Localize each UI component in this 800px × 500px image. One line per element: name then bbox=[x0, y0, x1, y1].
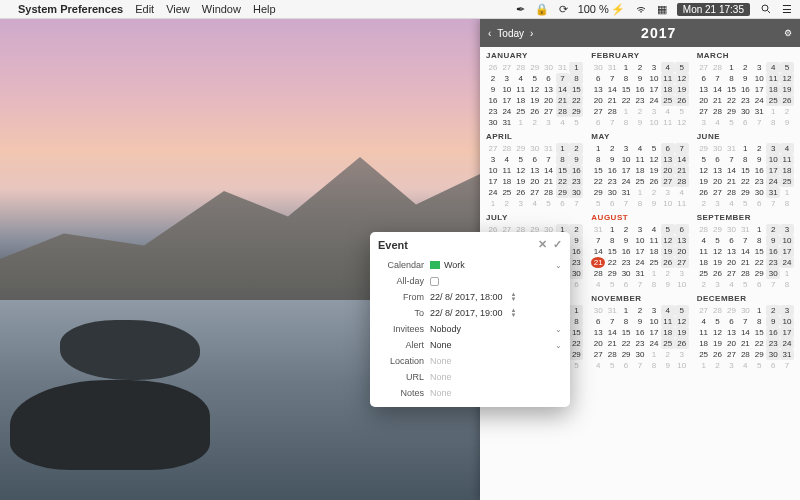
day-cell[interactable]: 23 bbox=[738, 95, 752, 106]
day-cell[interactable]: 22 bbox=[605, 257, 619, 268]
day-cell[interactable]: 2 bbox=[605, 143, 619, 154]
day-cell[interactable]: 11 bbox=[697, 246, 711, 257]
day-cell[interactable]: 2 bbox=[619, 224, 633, 235]
day-cell[interactable]: 15 bbox=[605, 246, 619, 257]
day-cell[interactable]: 25 bbox=[514, 106, 528, 117]
day-cell[interactable]: 4 bbox=[766, 62, 780, 73]
day-cell[interactable]: 11 bbox=[780, 154, 794, 165]
day-cell[interactable]: 12 bbox=[711, 246, 725, 257]
day-cell[interactable]: 21 bbox=[724, 176, 738, 187]
day-cell[interactable]: 25 bbox=[661, 95, 675, 106]
day-cell[interactable]: 14 bbox=[711, 84, 725, 95]
day-cell[interactable]: 29 bbox=[619, 349, 633, 360]
day-cell[interactable]: 27 bbox=[591, 349, 605, 360]
day-cell[interactable]: 5 bbox=[569, 117, 583, 128]
day-cell[interactable]: 27 bbox=[697, 106, 711, 117]
day-cell[interactable]: 18 bbox=[647, 246, 661, 257]
day-cell[interactable]: 5 bbox=[514, 154, 528, 165]
day-cell[interactable]: 18 bbox=[697, 257, 711, 268]
day-cell[interactable]: 22 bbox=[591, 176, 605, 187]
day-cell[interactable]: 26 bbox=[528, 106, 542, 117]
day-cell[interactable]: 24 bbox=[619, 176, 633, 187]
day-cell[interactable]: 3 bbox=[647, 106, 661, 117]
day-cell[interactable]: 3 bbox=[500, 73, 514, 84]
day-cell[interactable]: 24 bbox=[500, 106, 514, 117]
day-cell[interactable]: 1 bbox=[619, 62, 633, 73]
day-cell[interactable]: 3 bbox=[752, 62, 766, 73]
day-cell[interactable]: 14 bbox=[591, 246, 605, 257]
day-cell[interactable]: 17 bbox=[500, 95, 514, 106]
day-cell[interactable]: 31 bbox=[780, 349, 794, 360]
day-cell[interactable]: 2 bbox=[766, 305, 780, 316]
day-cell[interactable]: 3 bbox=[780, 224, 794, 235]
status-wifi-icon[interactable] bbox=[635, 3, 647, 15]
day-cell[interactable]: 7 bbox=[569, 198, 583, 209]
day-cell[interactable]: 26 bbox=[711, 349, 725, 360]
day-cell[interactable]: 1 bbox=[605, 224, 619, 235]
day-cell[interactable]: 30 bbox=[738, 305, 752, 316]
confirm-icon[interactable]: ✓ bbox=[553, 238, 562, 251]
day-cell[interactable]: 15 bbox=[591, 165, 605, 176]
day-cell[interactable]: 5 bbox=[697, 154, 711, 165]
day-cell[interactable]: 21 bbox=[605, 338, 619, 349]
day-cell[interactable]: 29 bbox=[528, 62, 542, 73]
day-cell[interactable]: 19 bbox=[711, 257, 725, 268]
day-cell[interactable]: 15 bbox=[569, 84, 583, 95]
day-cell[interactable]: 11 bbox=[661, 73, 675, 84]
day-cell[interactable]: 4 bbox=[591, 360, 605, 371]
day-cell[interactable]: 12 bbox=[675, 117, 689, 128]
day-cell[interactable]: 29 bbox=[724, 106, 738, 117]
day-cell[interactable]: 11 bbox=[500, 165, 514, 176]
day-cell[interactable]: 4 bbox=[661, 106, 675, 117]
menu-list-icon[interactable]: ☰ bbox=[782, 3, 792, 16]
day-cell[interactable]: 23 bbox=[569, 257, 583, 268]
day-cell[interactable]: 1 bbox=[766, 106, 780, 117]
day-cell[interactable]: 10 bbox=[647, 73, 661, 84]
day-cell[interactable]: 6 bbox=[752, 198, 766, 209]
day-cell[interactable]: 1 bbox=[569, 305, 583, 316]
day-cell[interactable]: 17 bbox=[486, 176, 500, 187]
day-cell[interactable]: 24 bbox=[780, 338, 794, 349]
day-cell[interactable]: 27 bbox=[724, 349, 738, 360]
day-cell[interactable]: 18 bbox=[766, 84, 780, 95]
day-cell[interactable]: 2 bbox=[569, 224, 583, 235]
day-cell[interactable]: 1 bbox=[647, 349, 661, 360]
day-cell[interactable]: 12 bbox=[528, 84, 542, 95]
day-cell[interactable]: 23 bbox=[605, 176, 619, 187]
day-cell[interactable]: 2 bbox=[500, 198, 514, 209]
day-cell[interactable]: 30 bbox=[766, 268, 780, 279]
day-cell[interactable]: 13 bbox=[724, 327, 738, 338]
day-cell[interactable]: 25 bbox=[766, 95, 780, 106]
day-cell[interactable]: 12 bbox=[661, 235, 675, 246]
day-cell[interactable]: 14 bbox=[724, 165, 738, 176]
day-cell[interactable]: 6 bbox=[569, 279, 583, 290]
day-cell[interactable]: 24 bbox=[486, 187, 500, 198]
menu-clock[interactable]: Mon 21 17:35 bbox=[677, 3, 750, 16]
day-cell[interactable]: 3 bbox=[675, 349, 689, 360]
day-cell[interactable]: 17 bbox=[766, 165, 780, 176]
day-cell[interactable]: 19 bbox=[780, 84, 794, 95]
day-cell[interactable]: 23 bbox=[633, 95, 647, 106]
day-cell[interactable]: 10 bbox=[633, 235, 647, 246]
day-cell[interactable]: 30 bbox=[752, 187, 766, 198]
day-cell[interactable]: 27 bbox=[542, 106, 556, 117]
spotlight-icon[interactable] bbox=[760, 3, 772, 15]
day-cell[interactable]: 26 bbox=[514, 187, 528, 198]
day-cell[interactable]: 29 bbox=[605, 268, 619, 279]
day-cell[interactable]: 4 bbox=[675, 187, 689, 198]
day-cell[interactable]: 19 bbox=[675, 327, 689, 338]
close-icon[interactable]: ✕ bbox=[538, 238, 547, 251]
day-cell[interactable]: 5 bbox=[542, 198, 556, 209]
day-cell[interactable]: 8 bbox=[605, 235, 619, 246]
day-cell[interactable]: 5 bbox=[675, 62, 689, 73]
day-cell[interactable]: 27 bbox=[697, 305, 711, 316]
day-cell[interactable]: 30 bbox=[486, 117, 500, 128]
day-cell[interactable]: 9 bbox=[633, 316, 647, 327]
prev-button[interactable]: ‹ bbox=[488, 28, 491, 39]
day-cell[interactable]: 30 bbox=[724, 224, 738, 235]
day-cell[interactable]: 4 bbox=[724, 198, 738, 209]
day-cell[interactable]: 2 bbox=[647, 187, 661, 198]
menu-window[interactable]: Window bbox=[202, 3, 241, 15]
day-cell[interactable]: 26 bbox=[647, 176, 661, 187]
day-cell[interactable]: 14 bbox=[605, 84, 619, 95]
